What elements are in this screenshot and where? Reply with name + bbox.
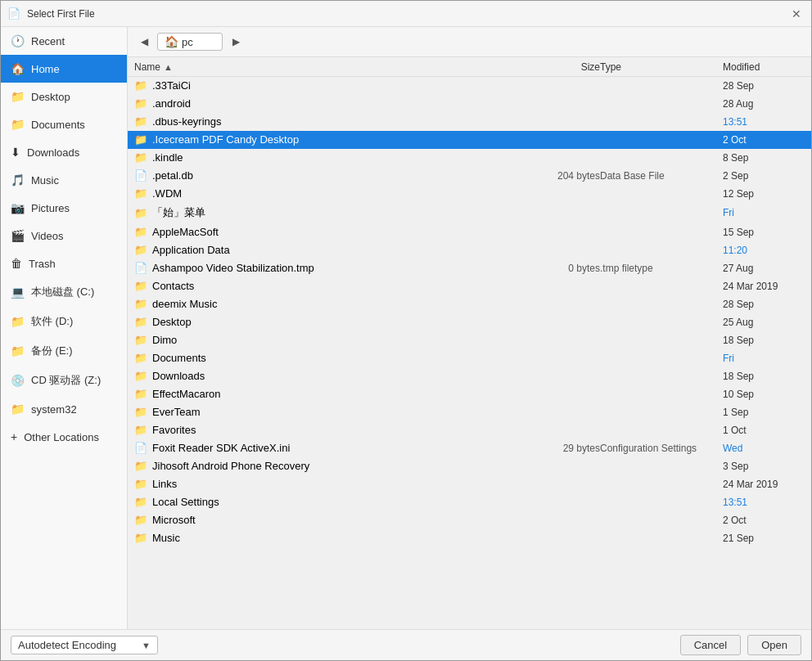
file-name-text: Links — [152, 478, 177, 490]
sidebar-item-desktop[interactable]: 📁 Desktop — [1, 83, 127, 110]
toolbar: ◀ 🏠 pc ▶ — [128, 27, 811, 57]
file-name-cell: 📁 .Icecream PDF Candy Desktop — [134, 133, 526, 146]
table-row[interactable]: 📄 Foxit Reader SDK ActiveX.ini 29 bytes … — [128, 439, 811, 457]
table-row[interactable]: 📁 .WDM 12 Sep — [128, 185, 811, 203]
table-row[interactable]: 📁 Microsoft 2 Oct — [128, 511, 811, 529]
documents-icon: 📁 — [11, 118, 25, 131]
forward-button[interactable]: ▶ — [226, 32, 246, 52]
file-modified-cell: 21 Sep — [723, 533, 805, 544]
table-row[interactable]: 📁 .Icecream PDF Candy Desktop 2 Oct — [128, 131, 811, 149]
file-modified-cell: 1 Sep — [723, 407, 805, 418]
sidebar-item-other[interactable]: + Other Locations — [1, 423, 127, 451]
table-row[interactable]: 📁 Documents Fri — [128, 349, 811, 367]
sidebar-item-downloads[interactable]: ⬇ Downloads — [1, 138, 127, 166]
file-modified-cell: 2 Oct — [723, 134, 805, 146]
sidebar-item-drive-d[interactable]: 📁 软件 (D:) — [1, 307, 127, 336]
col-size-header[interactable]: Size — [526, 61, 600, 73]
col-modified-header[interactable]: Modified — [723, 61, 805, 73]
file-modified-cell: 1 Oct — [723, 425, 805, 436]
encoding-select[interactable]: Autodetect Encoding ▼ — [11, 636, 158, 654]
sidebar-label-videos: Videos — [31, 230, 64, 242]
col-type-header[interactable]: Type — [600, 61, 723, 73]
videos-icon: 🎬 — [11, 229, 25, 242]
file-name-text: 「始」菜单 — [152, 205, 205, 220]
file-icon: 📁 — [134, 207, 147, 219]
file-name-cell: 📁 Music — [134, 532, 526, 544]
cancel-button[interactable]: Cancel — [680, 635, 741, 655]
table-row[interactable]: 📁 Jihosoft Android Phone Recovery 3 Sep — [128, 457, 811, 475]
drive-z-icon: 💿 — [11, 374, 25, 387]
table-row[interactable]: 📁 Local Settings 13:51 — [128, 493, 811, 511]
music-icon: 🎵 — [11, 173, 25, 187]
file-modified-cell: 28 Sep — [723, 80, 805, 92]
file-dialog-window: 📄 Select First File ✕ 🕐 Recent 🏠 Home 📁 … — [0, 0, 812, 661]
file-type-cell: Configuration Settings — [600, 443, 723, 454]
table-row[interactable]: 📁 deemix Music 28 Sep — [128, 295, 811, 313]
table-row[interactable]: 📁 「始」菜单 Fri — [128, 203, 811, 223]
table-row[interactable]: 📁 Downloads 18 Sep — [128, 367, 811, 385]
sidebar-label-trash: Trash — [29, 258, 56, 270]
table-row[interactable]: 📁 .android 28 Aug — [128, 95, 811, 113]
sidebar-item-recent[interactable]: 🕐 Recent — [1, 27, 127, 55]
table-row[interactable]: 📁 Desktop 25 Aug — [128, 313, 811, 331]
file-name-cell: 📁 Application Data — [134, 244, 526, 256]
table-row[interactable]: 📁 Dimo 18 Sep — [128, 331, 811, 349]
sidebar-item-music[interactable]: 🎵 Music — [1, 166, 127, 194]
col-name-header[interactable]: Name ▲ — [134, 61, 526, 73]
other-icon: + — [11, 430, 17, 443]
table-row[interactable]: 📁 Application Data 11:20 — [128, 241, 811, 259]
sidebar-item-drive-e[interactable]: 📁 备份 (E:) — [1, 336, 127, 366]
bottom-bar: Autodetect Encoding ▼ Cancel Open — [1, 629, 811, 660]
table-row[interactable]: 📁 EverTeam 1 Sep — [128, 403, 811, 421]
file-icon: 📁 — [134, 352, 147, 364]
sidebar-item-system32[interactable]: 📁 system32 — [1, 395, 127, 423]
table-row[interactable]: 📁 .kindle 8 Sep — [128, 149, 811, 167]
main-content: 🕐 Recent 🏠 Home 📁 Desktop 📁 Documents ⬇ … — [1, 27, 811, 629]
sidebar-item-drive-z[interactable]: 💿 CD 驱动器 (Z:) — [1, 366, 127, 395]
file-modified-cell: 18 Sep — [723, 335, 805, 346]
sidebar-item-pictures[interactable]: 📷 Pictures — [1, 194, 127, 222]
open-button[interactable]: Open — [747, 635, 801, 655]
table-row[interactable]: 📁 Links 24 Mar 2019 — [128, 475, 811, 493]
table-row[interactable]: 📁 Favorites 1 Oct — [128, 421, 811, 439]
sidebar-label-drive-z: CD 驱动器 (Z:) — [31, 373, 101, 388]
drive-e-icon: 📁 — [11, 344, 25, 357]
file-list-container[interactable]: Name ▲ Size Type Modified 📁 .33TaiCi — [128, 57, 811, 629]
sidebar-item-documents[interactable]: 📁 Documents — [1, 110, 127, 138]
file-icon: 📁 — [134, 424, 147, 436]
back-button[interactable]: ◀ — [134, 32, 154, 52]
file-modified-cell: 27 Aug — [723, 263, 805, 274]
file-modified-cell: 2 Oct — [723, 515, 805, 526]
file-icon: 📁 — [134, 226, 147, 238]
table-row[interactable]: 📁 .dbus-keyrings 13:51 — [128, 113, 811, 131]
file-icon: 📁 — [134, 115, 147, 128]
file-name-text: Ashampoo Video Stabilization.tmp — [152, 262, 314, 274]
file-name-cell: 📁 .dbus-keyrings — [134, 115, 526, 128]
file-name-text: Microsoft — [152, 514, 196, 526]
table-row[interactable]: 📁 Music 21 Sep — [128, 529, 811, 547]
location-text: pc — [182, 36, 193, 48]
sidebar-item-home[interactable]: 🏠 Home — [1, 55, 127, 83]
sidebar-label-drive-d: 软件 (D:) — [31, 314, 73, 329]
close-button[interactable]: ✕ — [788, 6, 805, 22]
table-row[interactable]: 📁 .33TaiCi 28 Sep — [128, 77, 811, 95]
file-name-cell: 📄 Ashampoo Video Stabilization.tmp — [134, 262, 526, 274]
file-icon: 📁 — [134, 79, 147, 92]
file-icon: 📁 — [134, 244, 147, 256]
drive-c-icon: 💻 — [11, 286, 25, 299]
sidebar-item-videos[interactable]: 🎬 Videos — [1, 222, 127, 250]
table-row[interactable]: 📁 EffectMacaron 10 Sep — [128, 385, 811, 403]
sidebar-item-trash[interactable]: 🗑 Trash — [1, 250, 127, 277]
table-row[interactable]: 📄 Ashampoo Video Stabilization.tmp 0 byt… — [128, 259, 811, 277]
table-row[interactable]: 📁 Contacts 24 Mar 2019 — [128, 277, 811, 295]
file-name-text: Desktop — [152, 316, 192, 328]
file-name-cell: 📁 AppleMacSoft — [134, 226, 526, 238]
home-icon: 🏠 — [11, 62, 25, 75]
file-name-text: Local Settings — [152, 496, 219, 508]
sidebar-item-drive-c[interactable]: 💻 本地磁盘 (C:) — [1, 277, 127, 307]
home-icon: 🏠 — [165, 35, 178, 48]
file-name-text: Favorites — [152, 424, 196, 436]
table-row[interactable]: 📄 .petal.db 204 bytes Data Base File 2 S… — [128, 167, 811, 185]
file-name-cell: 📄 Foxit Reader SDK ActiveX.ini — [134, 442, 526, 454]
table-row[interactable]: 📁 AppleMacSoft 15 Sep — [128, 223, 811, 241]
